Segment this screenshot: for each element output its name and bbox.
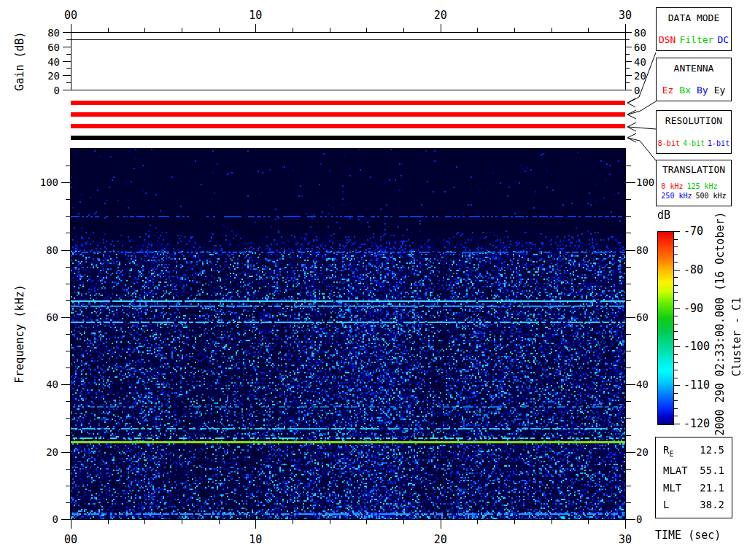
colorbar-major-tick	[674, 424, 680, 424]
time-minor-tick-bottom	[219, 520, 220, 524]
freq-minor-tick-right	[626, 166, 631, 166]
freq-minor-tick-left	[66, 334, 71, 335]
spacecraft-label: Cluster - C1	[730, 298, 743, 376]
gain-major-tick-left	[63, 90, 71, 90]
gain-major-tick-right	[626, 90, 632, 90]
gain-panel-top-border	[71, 32, 626, 33]
freq-minor-tick-left	[66, 469, 71, 470]
legend-item-row: 8-bit4-bit1-bit	[658, 140, 729, 147]
legend-box-translation: TRANSLATION 0 kHz125 kHz250 kHz500 kHz	[656, 160, 732, 206]
colorbar-minor-tick	[674, 362, 678, 363]
time-minor-tick-top	[330, 28, 330, 32]
colorbar-minor-tick	[674, 277, 678, 278]
info-row: MLT21.1	[663, 483, 724, 494]
colorbar-tick-label: -90	[684, 303, 703, 314]
legend-box-resolution: RESOLUTION 8-bit4-bit1-bit	[656, 110, 732, 154]
ephemeris-info-box: RE12.5MLAT55.1MLT21.1L38.2	[655, 437, 732, 518]
gain-major-tick-left	[63, 75, 71, 76]
gain-tick-label-left: 20	[47, 71, 60, 81]
freq-major-tick-left	[61, 317, 71, 318]
freq-tick-label-left: 20	[46, 447, 58, 457]
time-minor-tick-top	[108, 28, 109, 32]
time-axis-title: TIME (sec)	[655, 530, 721, 541]
freq-tick-label-left: 40	[46, 379, 58, 389]
time-tick-label-top: 00	[64, 10, 77, 21]
freq-minor-tick-left	[66, 199, 71, 200]
gain-major-tick-left	[63, 47, 71, 47]
freq-minor-tick-right	[626, 300, 631, 301]
freq-minor-tick-right	[626, 435, 631, 436]
data-mode-bar	[71, 101, 625, 105]
gain-minor-tick-left	[66, 54, 71, 55]
gain-panel-bottom-border	[71, 90, 626, 90]
time-minor-tick-top	[551, 28, 552, 32]
spectrogram-bottom-border	[70, 519, 626, 520]
colorbar-minor-tick	[674, 331, 678, 332]
resolution-bar	[71, 124, 625, 128]
legend-item-500-khz: 500 kHz	[696, 192, 727, 200]
colorbar-tick-label: -100	[684, 341, 710, 352]
freq-minor-tick-left	[66, 368, 71, 368]
freq-tick-label-right: 100	[636, 177, 654, 187]
colorbar-minor-tick	[674, 416, 678, 416]
time-major-tick-bottom	[255, 520, 256, 529]
time-tick-label-bottom: 20	[434, 534, 447, 545]
info-row: L38.2	[663, 499, 724, 510]
legend-item-250-khz: 250 kHz	[661, 192, 692, 200]
colorbar-minor-tick	[674, 378, 678, 378]
time-minor-tick-top	[514, 28, 515, 32]
time-tick-label-top: 20	[434, 10, 447, 21]
freq-major-tick-left	[61, 452, 71, 453]
gain-minor-tick-left	[66, 68, 71, 69]
gain-major-tick-right	[626, 47, 632, 47]
freq-axis-title: Frequency (kHz)	[13, 284, 26, 383]
legend-items: EzBxByEy	[662, 85, 726, 95]
spectrogram-top-border	[70, 148, 626, 149]
colorbar-minor-tick	[674, 370, 678, 370]
legend-item-1-bit: 1-bit	[708, 140, 729, 147]
legend-title: ANTENNA	[674, 63, 714, 73]
time-minor-tick-bottom	[182, 520, 182, 524]
colorbar-minor-tick	[674, 339, 678, 340]
legend-item-dsn: DSN	[659, 35, 676, 44]
colorbar-minor-tick	[674, 324, 678, 324]
freq-minor-tick-right	[626, 469, 631, 470]
freq-minor-tick-right	[626, 216, 631, 217]
colorbar-title: dB	[657, 210, 670, 221]
freq-minor-tick-right	[626, 233, 631, 233]
legend-item-125-khz: 125 kHz	[686, 183, 717, 190]
gain-tick-label-left: 80	[47, 28, 60, 38]
time-minor-tick-top	[588, 28, 589, 32]
info-label: MLAT	[663, 465, 688, 476]
freq-major-tick-left	[61, 519, 71, 520]
time-minor-tick-top	[477, 28, 478, 32]
time-minor-tick-top	[144, 28, 145, 32]
colorbar-tick-label: -70	[684, 226, 703, 237]
time-major-tick-top	[71, 24, 71, 32]
legend-box-data-mode: DATA MODE DSNFilterDC	[656, 7, 732, 51]
colorbar-minor-tick	[674, 408, 678, 409]
spectrogram-canvas	[71, 149, 625, 519]
legend-item-row: 0 kHz125 kHz	[661, 183, 717, 190]
wbd-spectrogram-page: Gain (dB) Frequency (kHz) 00001010202030…	[0, 0, 747, 560]
time-minor-tick-bottom	[477, 520, 478, 524]
legend-item-8-bit: 8-bit	[658, 140, 680, 147]
colorbar-major-tick	[674, 385, 680, 386]
freq-minor-tick-left	[66, 418, 71, 419]
time-major-tick-bottom	[71, 520, 71, 529]
legend-items: 0 kHz125 kHz250 kHz500 kHz	[661, 183, 726, 200]
colorbar-tick-label: -110	[684, 380, 710, 391]
colorbar-minor-tick	[674, 262, 678, 262]
gain-tick-label-left: 60	[47, 42, 60, 52]
antenna-bar	[71, 112, 625, 117]
time-major-tick-top	[441, 24, 441, 32]
gain-axis-title: Gain (dB)	[13, 31, 26, 90]
freq-minor-tick-right	[626, 401, 631, 402]
time-tick-label-bottom: 00	[64, 534, 77, 545]
gain-minor-tick-right	[626, 54, 630, 55]
gain-tick-label-right: 80	[634, 28, 646, 38]
time-minor-tick-bottom	[330, 520, 330, 524]
callout-arrow-resolution	[628, 127, 656, 129]
time-minor-tick-bottom	[144, 520, 145, 524]
time-tick-label-top: 10	[249, 10, 262, 21]
